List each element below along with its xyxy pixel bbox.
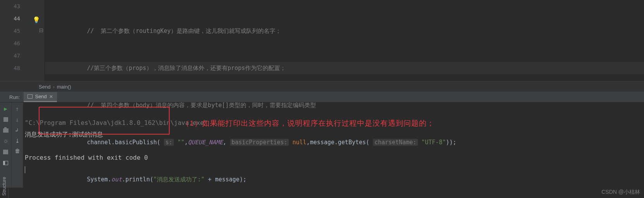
line-number: 43 bbox=[0, 0, 20, 12]
run-tab-label: Send bbox=[35, 94, 46, 99]
console-stdout-line: 消息发送成功了:测试的消息 bbox=[25, 131, 103, 138]
line-number-current: 44 bbox=[0, 12, 20, 25]
run-label: Run: bbox=[0, 92, 24, 102]
line-number: 48 bbox=[0, 62, 20, 74]
breadcrumb-separator-icon: › bbox=[53, 84, 54, 90]
run-config-icon bbox=[27, 94, 33, 99]
run-toolbar-right: ↑ ↓ ⤓ 🗑 bbox=[12, 102, 23, 188]
structure-tool-tab[interactable]: Structure bbox=[0, 148, 9, 198]
line-number: 46 bbox=[0, 37, 20, 50]
console-exit-line: Process finished with exit code 0 bbox=[25, 154, 148, 161]
run-tab[interactable]: Send ✕ bbox=[24, 92, 57, 102]
debug-icon[interactable]: ⛭ bbox=[3, 138, 9, 144]
code-editor[interactable]: 43 44 45 46 47 48 💡 // 第二个参数（routingKey）… bbox=[0, 0, 644, 81]
scroll-to-end-icon[interactable]: ⤓ bbox=[15, 138, 20, 143]
close-icon[interactable]: ✕ bbox=[49, 94, 53, 99]
stop-icon[interactable] bbox=[3, 116, 9, 123]
watermark: CSDN @小桔林 bbox=[601, 189, 640, 196]
console-cursor bbox=[25, 166, 25, 173]
annotation-text: （1）如果能打印出这些内容，说明程序在执行过程中是没有遇到问题的； bbox=[182, 118, 434, 128]
clear-all-icon[interactable]: 🗑 bbox=[14, 148, 21, 154]
breadcrumb-item[interactable]: Send bbox=[39, 84, 50, 90]
camera-icon[interactable] bbox=[3, 127, 9, 133]
fold-toggle-icon[interactable] bbox=[39, 29, 43, 32]
code-comment: // 第二个参数（routingKey）是路由键，这儿我们就写成队列的名字； bbox=[87, 27, 281, 34]
run-tool-window: Run: Send ✕ ▶ ⛭ ↑ ↓ ⤓ 🗑 "C:\Program File… bbox=[0, 92, 644, 188]
editor-icon-gutter: 💡 bbox=[27, 0, 44, 81]
up-icon[interactable]: ↑ bbox=[14, 106, 21, 112]
line-number: 47 bbox=[0, 50, 20, 62]
console-output[interactable]: "C:\Program Files\Java\jdk1.8.0_162\bin\… bbox=[23, 102, 644, 188]
intention-bulb-icon[interactable]: 💡 bbox=[33, 14, 40, 26]
down-icon[interactable]: ↓ bbox=[14, 116, 21, 123]
line-number: 45 bbox=[0, 25, 20, 37]
code-area[interactable]: // 第二个参数（routingKey）是路由键，这儿我们就写成队列的名字； /… bbox=[44, 0, 644, 81]
breadcrumb-item[interactable]: main() bbox=[57, 84, 71, 90]
soft-wrap-icon[interactable] bbox=[14, 127, 21, 133]
code-comment: //第三个参数（props），消息除了消息体外，还要有props作为它的配置； bbox=[87, 65, 285, 72]
rerun-icon[interactable]: ▶ bbox=[3, 106, 9, 112]
line-number-gutter: 43 44 45 46 47 48 bbox=[0, 0, 27, 81]
